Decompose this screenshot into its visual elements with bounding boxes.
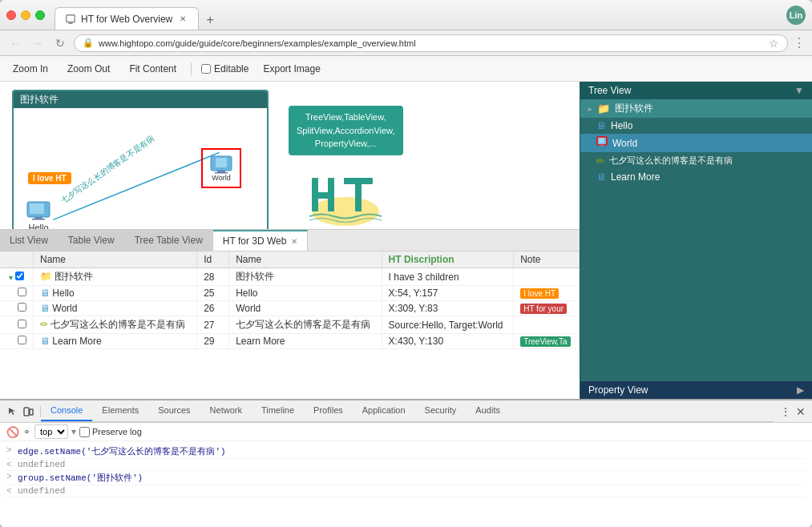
devtools-tab-sources[interactable]: Sources	[148, 400, 200, 421]
tab-list-view[interactable]: List View	[0, 230, 59, 251]
row1-checkbox[interactable]	[15, 272, 24, 280]
console-undefined1: undefined	[18, 460, 65, 469]
console-prompt-return2: <	[6, 486, 14, 496]
minimize-button[interactable]	[21, 10, 30, 20]
url-bar: ← → ↻ 🔒 www.hightopo.com/guide/guide/cor…	[0, 30, 812, 56]
tree-item-group[interactable]: ▸ 📁 图扑软件	[580, 99, 812, 118]
tab-ht-3d[interactable]: HT for 3D Web ✕	[213, 230, 309, 251]
badge-teal: TreeView,Ta	[520, 336, 570, 347]
row5-col3: Learn More	[229, 334, 382, 349]
tree-item-learnmore[interactable]: 🖥 Learn More	[580, 169, 812, 185]
console-row: < undefined	[6, 485, 806, 497]
devtools-tab-timeline[interactable]: Timeline	[252, 400, 304, 421]
canvas-viewport[interactable]: 图扑软件 I love HT	[0, 82, 580, 229]
row1-check: ▾	[0, 268, 34, 286]
tree-item-edge[interactable]: ✏ 七夕写这么长的博客是不是有病	[580, 152, 812, 169]
devtools-tab-elements[interactable]: Elements	[92, 400, 148, 421]
toolbar-divider	[191, 62, 192, 75]
tree-item-hello[interactable]: 🖥 Hello	[580, 118, 812, 134]
forward-button[interactable]: →	[29, 34, 46, 52]
devtools-tab-security[interactable]: Security	[415, 400, 467, 421]
tab-tree-table-view[interactable]: Tree Table View	[125, 230, 213, 251]
console-row: < undefined	[6, 459, 806, 471]
tree-view-items[interactable]: ▸ 📁 图扑软件 🖥 Hello	[580, 99, 812, 381]
clear-console-icon[interactable]: 🚫	[6, 426, 19, 438]
tree-item-world[interactable]: World	[580, 134, 812, 152]
edge-label: 七夕写这么长的博客是不是有病	[59, 133, 157, 207]
table-row: ▾ 📁 图扑软件 28 图扑软件 I have 3 children	[0, 268, 580, 286]
bookmark-icon[interactable]: ☆	[769, 37, 779, 50]
devtools-tab-application[interactable]: Application	[353, 400, 415, 421]
row1-col3: 图扑软件	[229, 268, 382, 286]
maximize-button[interactable]	[35, 10, 45, 20]
row4-checkbox[interactable]	[18, 320, 26, 328]
row2-checkbox[interactable]	[18, 288, 26, 296]
lock-icon: 🔒	[83, 38, 94, 48]
col-desc-header: HT Discription	[382, 251, 514, 268]
close-button[interactable]	[6, 10, 16, 20]
refresh-button[interactable]: ↻	[51, 34, 69, 52]
world-monitor-icon	[209, 155, 233, 174]
zoom-in-button[interactable]: Zoom In	[8, 62, 53, 76]
profile-button[interactable]: Lin	[786, 6, 806, 25]
tree-item-label: World	[612, 138, 637, 149]
back-button[interactable]: ←	[6, 34, 24, 52]
tab-bar: HT for Web Overview ✕ +	[55, 0, 786, 30]
tree-item-label: 图扑软件	[615, 102, 653, 115]
svg-rect-11	[32, 219, 45, 220]
url-text: www.hightopo.com/guide/guide/core/beginn…	[99, 38, 416, 48]
filter-icon[interactable]: ⚬	[22, 426, 31, 438]
world-icon-svg	[596, 136, 608, 147]
window-controls	[6, 10, 45, 20]
preserve-log-label[interactable]: Preserve log	[79, 427, 142, 437]
tabs-bar: List View Table View Tree Table View HT …	[0, 229, 580, 251]
diagram-container: 图扑软件 I love HT	[12, 90, 269, 229]
new-tab-button[interactable]: +	[200, 10, 220, 30]
table-area[interactable]: Name Id Name HT Discription Note ▾	[0, 251, 580, 399]
devtools-tab-console[interactable]: Console	[41, 400, 92, 421]
svg-rect-0	[67, 14, 75, 22]
browser-tab[interactable]: HT for Web Overview ✕	[55, 7, 199, 30]
zoom-out-button[interactable]: Zoom Out	[63, 62, 115, 76]
col-name-header: Name	[34, 251, 197, 268]
tab-table-view[interactable]: Table View	[59, 230, 125, 251]
row5-checkbox[interactable]	[18, 336, 26, 344]
devtools-tab-audits[interactable]: Audits	[466, 400, 510, 421]
export-image-button[interactable]: Export Image	[258, 62, 325, 76]
devtools-inspect-icon[interactable]	[6, 406, 18, 417]
ht-logo-area: TreeView,TableView,SplitView,AccordionVi…	[289, 106, 403, 229]
devtools-panel: Console Elements Sources Network Timelin…	[0, 399, 812, 527]
world-node-box: World	[201, 148, 241, 188]
fit-content-button[interactable]: Fit Content	[124, 62, 181, 76]
diagram-header: 图扑软件	[14, 91, 267, 108]
row2-col4: X:54, Y:157	[382, 286, 514, 301]
context-chevron: ▾	[71, 426, 76, 437]
url-input[interactable]: 🔒 www.hightopo.com/guide/guide/core/begi…	[74, 34, 788, 52]
context-select[interactable]: top	[34, 424, 68, 439]
devtools-device-icon[interactable]	[22, 406, 34, 417]
row3-col4: X:309, Y:83	[382, 301, 514, 316]
svg-rect-22	[24, 408, 29, 416]
tab-close-button[interactable]: ✕	[177, 14, 188, 25]
tree-view-chevron: ▼	[794, 85, 804, 96]
svg-rect-23	[30, 409, 33, 415]
editable-input[interactable]	[201, 64, 211, 74]
svg-point-12	[312, 197, 379, 226]
menu-icon[interactable]: ⋮	[793, 35, 806, 50]
love-ht-text: I love HT	[33, 174, 67, 183]
devtools-close-icon[interactable]: ✕	[796, 405, 806, 418]
devtools-tab-network[interactable]: Network	[200, 400, 252, 421]
devtools-tab-profiles[interactable]: Profiles	[304, 400, 353, 421]
tab-close-3d[interactable]: ✕	[291, 237, 297, 246]
love-ht-badge: I love HT	[28, 172, 71, 184]
editable-checkbox[interactable]: Editable	[201, 63, 248, 74]
preserve-log-checkbox[interactable]	[79, 427, 90, 437]
devtools-options-icon[interactable]: ⋮	[780, 405, 791, 418]
svg-rect-15	[328, 178, 334, 211]
devtools-console[interactable]: > edge.setName('七夕写这么长的博客是不是有病') < undef…	[0, 441, 812, 527]
svg-rect-6	[217, 171, 225, 172]
property-view-header: Property View ▶	[580, 381, 812, 399]
tree-view-title: Tree View	[588, 85, 631, 96]
col-name2-header: Name	[229, 251, 382, 268]
row3-checkbox[interactable]	[18, 303, 26, 312]
